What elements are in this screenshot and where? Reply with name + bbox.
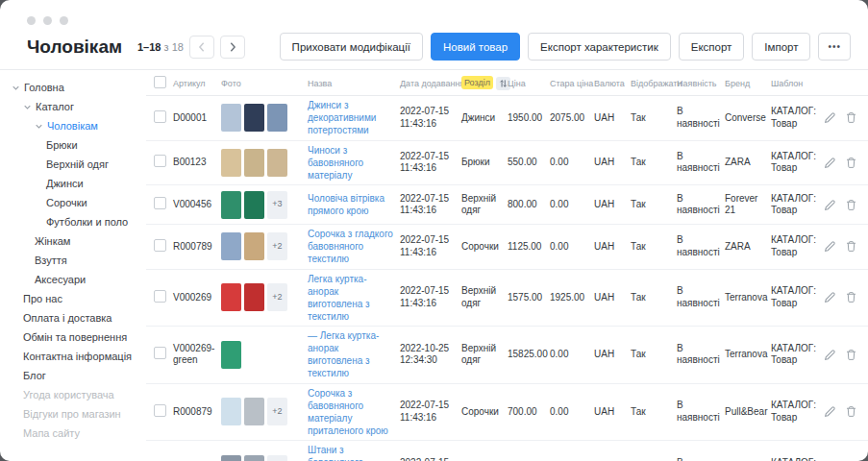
column-header-name[interactable]: Назва [308,79,400,88]
product-photo[interactable] [221,104,241,132]
sidebar-item[interactable]: Взуття [12,251,146,270]
product-photo[interactable] [244,283,264,311]
product-photo[interactable] [267,104,287,132]
sidebar-item[interactable]: Брюки [12,135,146,155]
column-header-photo[interactable]: Фото [221,79,308,88]
new-product-button[interactable]: Новий товар [431,33,520,61]
product-photo[interactable] [221,191,241,219]
sidebar-item[interactable]: Головна [12,78,146,97]
window-control-dot[interactable] [60,16,68,25]
column-header-currency[interactable]: Валюта [594,79,631,88]
product-name-link[interactable]: Чиноси з бавовняного матеріалу [308,144,395,182]
delete-icon[interactable] [845,111,857,124]
edit-icon[interactable] [824,111,836,124]
export-characteristics-button[interactable]: Експорт характеристик [528,33,671,61]
column-header-date[interactable]: Дата додавання [400,79,461,88]
sidebar-item[interactable]: Каталог [12,97,146,116]
section-cell: Верхній одяг [461,343,508,367]
old-price-cell: 0.00 [550,157,594,169]
delete-icon[interactable] [845,291,857,303]
edit-icon[interactable] [824,199,836,211]
product-name-link[interactable]: Сорочка з бавовняного матеріалу притален… [308,387,395,437]
sidebar-item-label: Жінкам [35,231,70,251]
row-checkbox[interactable] [154,347,166,359]
column-header-display[interactable]: Відображати [631,79,677,88]
sidebar-item[interactable]: Контактна інформація [12,347,146,366]
product-photo[interactable] [244,149,264,177]
product-name-link[interactable]: Штани з бавовняного матеріалу прямого кр… [308,444,395,461]
edit-icon[interactable] [824,157,836,169]
column-header-section[interactable]: Розділ [461,77,508,90]
sidebar-item[interactable]: Угода користувача [12,385,146,404]
column-header-sku[interactable]: Артикул [173,79,221,88]
pagination-prev-button[interactable] [189,36,214,59]
more-photos-badge[interactable]: +2 [267,398,287,425]
edit-icon[interactable] [824,240,836,253]
pagination-next-button[interactable] [220,36,245,59]
hide-modifications-button[interactable]: Приховати модифікації [280,33,423,61]
product-photo[interactable] [221,149,241,177]
column-header-template[interactable]: Шаблон [771,79,824,88]
more-photos-badge[interactable]: +3 [267,191,287,219]
sidebar-item[interactable]: Аксесуари [12,270,146,289]
row-checkbox[interactable] [154,404,166,417]
delete-icon[interactable] [845,157,857,169]
export-button[interactable]: Експорт [679,33,745,61]
column-header-availability[interactable]: Наявність [677,79,725,88]
sidebar-item[interactable]: Чоловікам [12,116,146,135]
column-header-price[interactable]: Ціна [508,79,550,88]
row-checkbox[interactable] [154,155,166,167]
more-photos-badge[interactable]: +2 [267,232,287,260]
sidebar-item[interactable]: Оплата і доставка [12,308,146,328]
product-photo[interactable] [244,232,264,260]
window-control-dot[interactable] [27,16,36,25]
edit-icon[interactable] [824,405,836,418]
product-photo[interactable] [244,398,264,425]
product-name-link[interactable]: Джинси з декоративними потертостями [308,99,395,136]
column-header-brand[interactable]: Бренд [725,79,771,88]
product-photo[interactable] [244,191,264,219]
row-checkbox[interactable] [154,110,166,123]
import-button[interactable]: Імпорт [752,33,810,61]
sidebar-item[interactable]: Джинси [12,174,146,193]
product-photo[interactable] [244,455,264,461]
sidebar-item-label: Джинси [46,174,84,193]
product-name-link[interactable]: — Легка куртка-анорак виготовлена з текс… [308,329,395,379]
column-header-old-price[interactable]: Стара ціна [550,79,594,88]
product-name-link[interactable]: Легка куртка-анорак виготовлена з тексти… [308,273,395,323]
sidebar-item[interactable]: Верхній одяг [12,155,146,174]
delete-icon[interactable] [845,240,857,253]
delete-icon[interactable] [845,405,857,418]
sidebar-item[interactable]: Футболки и поло [12,212,146,231]
product-photo[interactable] [221,455,241,461]
sidebar-item[interactable]: Блог [12,366,146,385]
product-photo[interactable] [221,398,241,425]
product-photo[interactable] [221,232,241,260]
edit-icon[interactable] [824,291,836,303]
row-checkbox[interactable] [154,239,166,252]
select-all-checkbox[interactable] [154,76,166,88]
product-name-link[interactable]: Сорочка з гладкого бавовняного текстилю [308,228,395,265]
edit-icon[interactable] [824,349,836,361]
more-photos-badge[interactable]: +2 [267,283,287,311]
row-checkbox[interactable] [154,197,166,209]
more-photos-badge[interactable]: +2 [267,455,287,461]
sidebar-item[interactable]: Жінкам [12,231,146,251]
table-row: D00001 Джинси з декоративними потертостя… [146,96,868,141]
product-photo[interactable] [244,104,264,132]
row-checkbox[interactable] [154,290,166,303]
sidebar-item[interactable]: Відгуки про магазин [12,404,146,424]
sidebar-item[interactable]: Сорочки [12,193,146,212]
product-photo[interactable] [267,149,287,177]
more-actions-button[interactable]: ••• [818,33,851,61]
product-name-link[interactable]: Чоловіча вітрівка прямого крою [308,192,395,217]
sidebar-item[interactable]: Обмін та повернення [12,328,146,347]
delete-icon[interactable] [845,199,857,211]
product-photo[interactable] [221,341,241,369]
product-photo[interactable] [221,283,241,311]
photo-thumbs [221,341,303,369]
window-control-dot[interactable] [43,16,52,25]
sidebar-item[interactable]: Мапа сайту [12,424,146,443]
sidebar-item[interactable]: Про нас [12,289,146,308]
delete-icon[interactable] [845,349,857,361]
